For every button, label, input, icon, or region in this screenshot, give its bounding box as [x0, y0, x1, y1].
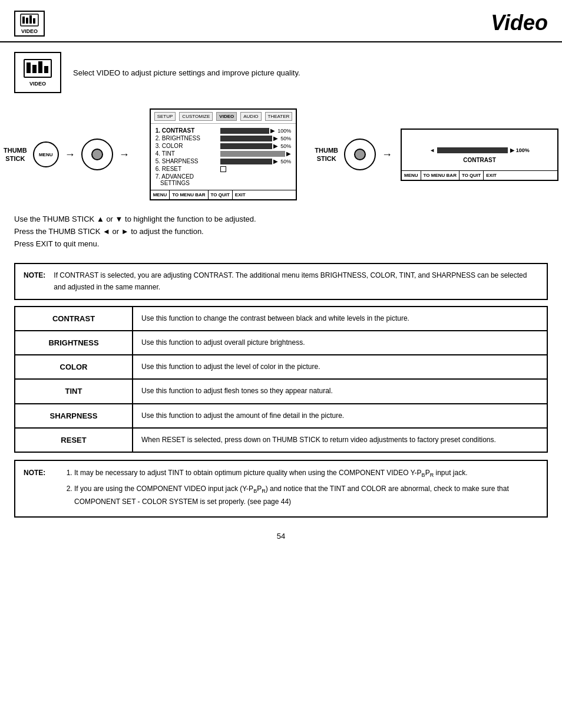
function-key-reset: RESET	[15, 429, 133, 452]
brightness-bar-container: ▶ 50%	[220, 135, 292, 141]
function-desc-reset: When RESET is selected, press down on TH…	[133, 429, 547, 452]
contrast-display-label: CONTRAST	[463, 157, 496, 163]
page-title: Video	[491, 11, 548, 35]
function-row-tint: TINT Use this function to adjust flesh t…	[14, 378, 548, 404]
menu-item-color-name: 3. COLOR	[156, 143, 220, 149]
menu-item-advanced-name: 7. ADVANCED SETTINGS	[156, 173, 220, 186]
contrast-bar-row: ◄ ▶ 100%	[411, 147, 548, 153]
tab-setup: SETUP	[154, 112, 176, 121]
footer-menu: MENU	[151, 190, 170, 199]
contrast-left-arrow: ◄	[429, 147, 435, 153]
svg-rect-7	[32, 65, 37, 73]
function-desc-sharpness: Use this function to adjust the amount o…	[133, 404, 547, 427]
color-value: 50%	[280, 143, 291, 149]
svg-rect-9	[44, 66, 48, 73]
color-bar	[220, 143, 273, 149]
tab-audio: AUDIO	[240, 112, 261, 121]
contrast-footer-menu: MENU	[402, 171, 421, 180]
svg-rect-6	[27, 62, 31, 73]
contrast-display-box: ◄ ▶ 100% CONTRAST MENU TO MENU BAR TO QU…	[401, 129, 558, 181]
contrast-footer-to-quit: TO QUIT	[459, 171, 484, 180]
note2-item1: It may be necessary to adjust TINT to ob…	[74, 467, 538, 480]
intro-section: VIDEO Select VIDEO to adjust picture set…	[0, 42, 562, 103]
brightness-value: 50%	[280, 136, 291, 141]
svg-rect-1	[22, 17, 25, 24]
contrast-footer: MENU TO MENU BAR TO QUIT EXIT	[402, 170, 557, 180]
brightness-arrow: ▶	[273, 135, 278, 141]
menu-item-reset: 6. RESET	[156, 166, 292, 172]
svg-rect-4	[33, 18, 35, 24]
menu-item-sharpness-name: 5. SHARPNESS	[156, 158, 220, 164]
header-video-icon: VIDEO	[14, 11, 45, 37]
header-icon-label: VIDEO	[21, 28, 38, 34]
svg-rect-8	[38, 61, 42, 73]
function-key-brightness: BRIGHTNESS	[15, 331, 133, 354]
instruction-line2: Press the THUMB STICK ◄ or ► to adjust t…	[14, 226, 548, 238]
note2-box: NOTE: It may be necessary to adjust TINT…	[14, 460, 548, 518]
function-row-brightness: BRIGHTNESS Use this function to adjust o…	[14, 330, 548, 355]
menu-item-tint-name: 4. TINT	[156, 150, 220, 157]
function-desc-tint: Use this function to adjust flesh tones …	[133, 380, 547, 403]
color-bar-container: ▶ 50%	[220, 143, 292, 149]
note2-label: NOTE:	[24, 467, 59, 510]
menu-item-color: 3. COLOR ▶ 50%	[156, 143, 292, 149]
svg-rect-2	[26, 18, 28, 24]
right-thumbstick-inner	[354, 149, 366, 160]
note1-label: NOTE:	[24, 270, 45, 292]
left-thumbstick-circle	[81, 139, 113, 170]
contrast-bar-container: ▶ 100%	[220, 127, 292, 134]
instruction-line1: Use the THUMB STICK ▲ or ▼ to highlight …	[14, 213, 548, 226]
right-section: THUMBSTICK → ◄ ▶ 100% CONTRAST MENU TO M…	[315, 129, 558, 181]
function-desc-contrast: Use this function to change the contrast…	[133, 307, 547, 330]
menu-item-sharpness: 5. SHARPNESS ▶ 50%	[156, 158, 292, 164]
menu-item-brightness-name: 2. BRIGHTNESS	[156, 135, 220, 141]
function-row-color: COLOR Use this function to adjust the le…	[14, 354, 548, 380]
menu-button: MENU	[33, 141, 59, 167]
function-desc-brightness: Use this function to adjust overall pict…	[133, 331, 547, 354]
contrast-right-arrow-val: ▶ 100%	[510, 147, 530, 153]
right-thumb-row: →	[344, 139, 395, 170]
right-thumbstick-circle	[344, 139, 376, 170]
menu-item-tint: 4. TINT ▶	[156, 150, 292, 157]
intro-video-icon: VIDEO	[14, 52, 61, 93]
footer-exit: EXIT	[233, 190, 248, 199]
brightness-bar	[220, 136, 273, 141]
color-arrow: ▶	[273, 143, 278, 149]
diagram-section: THUMBSTICK MENU → → SETUP CUSTOMIZE VIDE…	[0, 103, 562, 206]
contrast-footer-to-menu-bar: TO MENU BAR	[421, 171, 459, 180]
note2-list: It may be necessary to adjust TINT to ob…	[74, 467, 538, 508]
instructions-section: Use the THUMB STICK ▲ or ▼ to highlight …	[0, 206, 562, 257]
menu-item-advanced: 7. ADVANCED SETTINGS	[156, 173, 292, 186]
footer-to-quit: TO QUIT	[209, 190, 233, 199]
sharpness-bar	[220, 159, 273, 164]
arrow-right-icon2: →	[119, 149, 130, 161]
left-diagram: THUMBSTICK MENU → →	[4, 139, 132, 170]
contrast-arrow: ▶	[270, 127, 275, 134]
intro-text: Select VIDEO to adjust picture settings …	[73, 68, 300, 77]
tab-theater: THEATER	[265, 112, 293, 121]
page-header: VIDEO Video	[0, 0, 562, 42]
arrow-right-icon: →	[65, 149, 75, 161]
function-table: CONTRAST Use this function to change the…	[14, 306, 548, 453]
function-key-tint: TINT	[15, 380, 133, 403]
right-thumb-stick-label: THUMBSTICK	[315, 146, 338, 163]
menu-item-contrast: 1. CONTRAST ▶ 100%	[156, 127, 292, 134]
thumbstick-inner	[91, 149, 103, 160]
sharpness-value: 50%	[280, 159, 291, 164]
menu-item-brightness: 2. BRIGHTNESS ▶ 50%	[156, 135, 292, 141]
tab-video: VIDEO	[216, 112, 237, 121]
menu-box-header: SETUP CUSTOMIZE VIDEO AUDIO THEATER	[151, 110, 296, 124]
function-desc-color: Use this function to adjust the level of…	[133, 355, 547, 378]
tab-customize: CUSTOMIZE	[179, 112, 213, 121]
sharpness-bar-container: ▶ 50%	[220, 158, 292, 164]
menu-footer: MENU TO MENU BAR TO QUIT EXIT	[151, 190, 296, 199]
function-key-contrast: CONTRAST	[15, 307, 133, 330]
video-icon-svg	[20, 13, 39, 27]
instruction-line3: Press EXIT to quit menu.	[14, 238, 548, 251]
note2-row: NOTE: It may be necessary to adjust TINT…	[24, 467, 538, 510]
contrast-footer-exit: EXIT	[484, 171, 499, 180]
function-key-color: COLOR	[15, 355, 133, 378]
contrast-bar	[220, 128, 270, 134]
reset-checkbox	[220, 166, 226, 172]
sharpness-arrow: ▶	[273, 158, 278, 164]
